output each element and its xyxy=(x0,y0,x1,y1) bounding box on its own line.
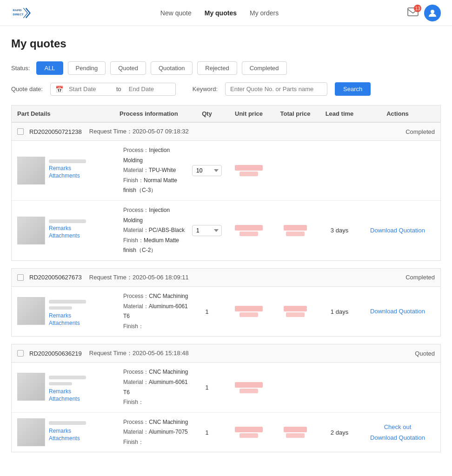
quote-group-header-2: RD2020050627673 Request Time：2020-05-06 … xyxy=(12,269,440,287)
qty-select-1-2[interactable]: 1 xyxy=(192,225,222,236)
part-links-1-1: Remarks Attachments xyxy=(49,157,86,179)
qty-cell-2-1: 1 xyxy=(188,308,226,315)
quote-item-3-2: Remarks Attachments Process：CNC Machinin… xyxy=(12,413,440,452)
lead-time-cell-2-1: 1 days xyxy=(319,308,360,315)
filter-all[interactable]: ALL xyxy=(36,61,63,75)
part-thumbnail-3-1 xyxy=(17,373,45,401)
col-part-details: Part Details xyxy=(17,110,120,117)
qty-cell-3-2: 1 xyxy=(188,429,226,436)
part-name-2-1 xyxy=(49,300,86,304)
part-cell-3-2: Remarks Attachments xyxy=(17,418,120,446)
quote-checkbox-3[interactable] xyxy=(17,350,24,357)
quote-item-1-1: Remarks Attachments Process：Injection Mo… xyxy=(12,141,440,201)
quote-group-header-3: RD2020050636219 Request Time：2020-05-06 … xyxy=(12,344,440,363)
attachments-link-3-1[interactable]: Attachments xyxy=(49,396,86,402)
avatar[interactable] xyxy=(424,5,441,21)
table-header: Part Details Process information Qty Uni… xyxy=(11,105,441,122)
request-time-2: Request Time：2020-05-06 18:09:11 xyxy=(89,273,189,282)
part-thumbnail-1-1 xyxy=(17,157,45,185)
quote-group-2: RD2020050627673 Request Time：2020-05-06 … xyxy=(11,268,441,337)
quote-group-header-1: RD2020050721238 Request Time：2020-05-07 … xyxy=(12,123,440,141)
search-button[interactable]: Search xyxy=(335,82,371,96)
quote-checkbox-2[interactable] xyxy=(17,274,24,281)
remarks-link-1-1[interactable]: Remarks xyxy=(49,165,86,172)
attachments-link-2-1[interactable]: Attachments xyxy=(49,320,86,326)
nav-new-quote[interactable]: New quote xyxy=(160,9,192,17)
unit-price-cell-3-1 xyxy=(226,381,272,394)
part-thumbnail-3-2 xyxy=(17,418,45,446)
quote-item-1-2: Remarks Attachments Process：Injection Mo… xyxy=(12,201,440,260)
quote-item-2-1: Remarks Attachments Process：CNC Machinin… xyxy=(12,287,440,336)
qty-select-1-1[interactable]: 10 xyxy=(192,165,222,176)
part-name-3-2 xyxy=(49,421,86,425)
quote-item-3-1: Remarks Attachments Process：CNC Machinin… xyxy=(12,363,440,412)
request-time-3: Request Time：2020-05-06 15:18:48 xyxy=(89,349,189,357)
unit-price-cell-3-2 xyxy=(226,426,272,439)
qty-cell-1-2[interactable]: 1 xyxy=(188,225,226,236)
nav: New quote My quotes My orders xyxy=(160,9,279,17)
date-range-input[interactable]: 📅 to xyxy=(50,83,176,96)
attachments-link-1-2[interactable]: Attachments xyxy=(49,232,86,239)
quote-no-2: RD2020050627673 xyxy=(29,274,82,281)
process-cell-3-1: Process：CNC Machining Material：Aluminum-… xyxy=(120,367,188,407)
lead-time-cell-1-2: 3 days xyxy=(319,227,360,234)
actions-cell-1-2: Download Quotation xyxy=(360,225,435,236)
process-cell-1-1: Process：Injection Molding Material：TPU-W… xyxy=(120,145,188,196)
filter-quoted[interactable]: Quoted xyxy=(110,61,146,75)
remarks-link-3-2[interactable]: Remarks xyxy=(49,428,86,434)
search-row: Quote date: 📅 to Keyword: Search xyxy=(11,82,441,96)
calendar-icon: 📅 xyxy=(55,86,63,93)
actions-cell-2-1: Download Quotation xyxy=(360,306,435,317)
remarks-link-3-1[interactable]: Remarks xyxy=(49,388,86,395)
quote-no-3: RD2020050636219 xyxy=(29,350,82,357)
end-date-input[interactable] xyxy=(129,86,171,93)
download-quotation-btn-1[interactable]: Download Quotation xyxy=(360,225,435,236)
col-actions: Actions xyxy=(360,110,435,117)
mail-icon-wrap[interactable]: 13 xyxy=(407,7,419,18)
download-quotation-btn-2[interactable]: Download Quotation xyxy=(360,306,435,317)
process-cell-2-1: Process：CNC Machining Material：Aluminum-… xyxy=(120,291,188,331)
remarks-link-1-2[interactable]: Remarks xyxy=(49,225,86,231)
download-quotation-btn-3[interactable]: Download Quotation xyxy=(360,432,435,443)
status-filters: Status: ALL Pending Quoted Quotation Rej… xyxy=(11,61,441,75)
quote-status-3: Quoted xyxy=(415,350,435,357)
quote-checkbox-1[interactable] xyxy=(17,128,24,135)
attachments-link-1-1[interactable]: Attachments xyxy=(49,172,86,179)
quote-group-3: RD2020050636219 Request Time：2020-05-06 … xyxy=(11,344,441,452)
date-label: Quote date: xyxy=(11,86,43,93)
nav-my-orders[interactable]: My orders xyxy=(250,9,279,17)
qty-cell-1-1[interactable]: 10 xyxy=(188,165,226,176)
filter-rejected[interactable]: Rejected xyxy=(197,61,237,75)
header: RAPID DIRECT New quote My quotes My orde… xyxy=(0,0,452,26)
total-price-cell-2-1 xyxy=(272,305,319,318)
filter-quotation[interactable]: Quotation xyxy=(151,61,193,75)
unit-price-cell-1-1 xyxy=(226,164,272,177)
part-cell-1-2: Remarks Attachments xyxy=(17,217,120,245)
col-lead-time: Lead time xyxy=(319,110,360,117)
part-thumbnail-1-2 xyxy=(17,217,45,245)
mail-badge: 13 xyxy=(414,5,421,12)
nav-my-quotes[interactable]: My quotes xyxy=(205,9,237,17)
unit-price-cell-1-2 xyxy=(226,224,272,237)
part-cell-3-1: Remarks Attachments xyxy=(17,373,120,402)
part-name-3-1 xyxy=(49,376,86,379)
nav-icons: 13 xyxy=(407,5,441,21)
part-cell-2-1: Remarks Attachments xyxy=(17,297,120,326)
remarks-link-2-1[interactable]: Remarks xyxy=(49,312,86,319)
quote-status-2: Completed xyxy=(405,274,435,281)
quote-group-1: RD2020050721238 Request Time：2020-05-07 … xyxy=(11,122,441,261)
page-content: My quotes Status: ALL Pending Quoted Quo… xyxy=(0,26,452,471)
col-process-info: Process information xyxy=(120,110,188,117)
start-date-input[interactable] xyxy=(69,86,111,93)
keyword-input[interactable] xyxy=(225,82,327,96)
checkout-btn-3[interactable]: Check out xyxy=(360,422,435,432)
filter-pending[interactable]: Pending xyxy=(68,61,106,75)
attachments-link-3-2[interactable]: Attachments xyxy=(49,435,86,442)
svg-point-4 xyxy=(431,10,434,13)
quote-no-1: RD2020050721238 xyxy=(29,128,82,135)
logo[interactable]: RAPID DIRECT xyxy=(11,5,32,21)
total-price-cell-3-2 xyxy=(272,426,319,439)
filter-completed[interactable]: Completed xyxy=(242,61,287,75)
part-thumbnail-2-1 xyxy=(17,297,45,325)
part-links-2-1: Remarks Attachments xyxy=(49,297,86,326)
